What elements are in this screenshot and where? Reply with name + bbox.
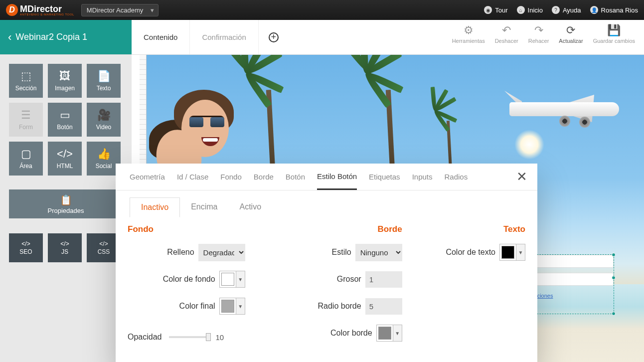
- tile-label: JS: [61, 248, 68, 255]
- tools-button[interactable]: ⚙Herramientas: [452, 24, 485, 50]
- form-icon: ☰: [21, 109, 31, 122]
- resize-handle[interactable]: [612, 276, 616, 280]
- color-final-picker[interactable]: ▼: [219, 298, 245, 315]
- back-chevron-icon[interactable]: ‹: [8, 31, 11, 44]
- redo-label: Rehacer: [528, 38, 549, 44]
- code-icon: </>: [21, 240, 30, 247]
- borde-column: Borde Estilo Ninguno Grosor Radio borde …: [280, 224, 402, 348]
- fondo-title: Fondo: [128, 224, 245, 234]
- tile-imagen[interactable]: 🖼Imagen: [48, 64, 82, 98]
- undo-button[interactable]: ↶Deshacer: [495, 24, 518, 50]
- tile-video[interactable]: 🎥Video: [87, 103, 121, 137]
- tile-seo[interactable]: </>SEO: [9, 233, 43, 262]
- form-input-1[interactable]: [530, 255, 614, 268]
- tab-radios[interactable]: Radios: [445, 165, 468, 189]
- ayuda-label: Ayuda: [563, 6, 581, 14]
- properties-icon: 📋: [60, 194, 72, 206]
- inicio-link[interactable]: ⌂Inicio: [517, 6, 543, 14]
- texto-column: Texto Color de texto ▼: [422, 224, 525, 348]
- undo-label: Deshacer: [495, 38, 518, 44]
- camera-icon: ◉: [484, 6, 492, 14]
- grosor-input[interactable]: [365, 271, 402, 288]
- tile-label: Texto: [97, 85, 111, 92]
- chevron-down-icon: ▼: [393, 325, 402, 341]
- tab-contenido[interactable]: Contenido: [132, 20, 190, 54]
- color-swatch: [221, 273, 234, 286]
- logo: D MDirector ANTEVENIO E-MARKETING TOOL: [6, 4, 74, 16]
- undo-icon: ↶: [502, 24, 511, 37]
- left-sidebar: ⬚Sección 🖼Imagen 📄Texto ☰Form ▭Botón 🎥Vi…: [0, 55, 132, 362]
- ayuda-link[interactable]: ?Ayuda: [552, 6, 581, 14]
- color-fondo-picker[interactable]: ▼: [219, 271, 245, 288]
- selected-form-element[interactable]: ndiciones: [529, 254, 614, 314]
- logo-icon: D: [6, 4, 18, 16]
- user-name: Rosana Rios: [601, 6, 638, 14]
- tile-texto[interactable]: 📄Texto: [87, 64, 121, 98]
- social-icon: 👍: [97, 148, 111, 161]
- opacidad-slider[interactable]: 10: [169, 333, 224, 342]
- academy-dropdown[interactable]: MDirector Academy: [81, 4, 159, 16]
- code-icon: </>: [99, 240, 108, 247]
- video-icon: 🎥: [97, 109, 111, 122]
- add-tab-button[interactable]: +: [269, 32, 279, 42]
- fondo-column: Fondo Relleno Degradado Color de fondo ▼…: [128, 224, 245, 348]
- tile-label: Botón: [57, 124, 72, 131]
- tab-confirmacion[interactable]: Confirmación: [190, 20, 258, 54]
- color-borde-label: Color borde: [330, 329, 372, 338]
- tile-label: HTML: [57, 163, 73, 170]
- tile-label: Social: [96, 163, 112, 170]
- tab-estilo-boton[interactable]: Estilo Botón: [317, 164, 357, 190]
- refresh-button[interactable]: ⟳Actualizar: [559, 24, 583, 50]
- borde-title: Borde: [280, 224, 402, 234]
- tab-geometria[interactable]: Geometría: [130, 165, 165, 189]
- state-inactivo[interactable]: Inactivo: [130, 197, 180, 217]
- home-icon: ⌂: [517, 6, 525, 14]
- save-button[interactable]: 💾Guardar cambios: [593, 24, 635, 50]
- refresh-icon: ⟳: [566, 24, 575, 37]
- tile-area[interactable]: ▢Área: [9, 142, 43, 176]
- radio-input[interactable]: [365, 298, 402, 315]
- tab-boton[interactable]: Botón: [286, 165, 305, 189]
- redo-button[interactable]: ↷Rehacer: [528, 24, 549, 50]
- tab-fondo[interactable]: Fondo: [220, 165, 242, 189]
- tab-inputs[interactable]: Inputs: [412, 165, 433, 189]
- close-button[interactable]: ✕: [516, 169, 527, 184]
- resize-handle[interactable]: [612, 312, 616, 316]
- project-title-bar[interactable]: ‹ Webinar2 Copia 1: [0, 20, 132, 54]
- redo-icon: ↷: [534, 24, 543, 37]
- slider-thumb[interactable]: [206, 333, 211, 341]
- state-activo[interactable]: Activo: [229, 197, 273, 217]
- airplane-graphic: [489, 85, 629, 130]
- tile-seccion[interactable]: ⬚Sección: [9, 64, 43, 98]
- color-fondo-label: Color de fondo: [163, 275, 215, 284]
- color-borde-picker[interactable]: ▼: [376, 325, 402, 342]
- header-row: ‹ Webinar2 Copia 1 Contenido Confirmació…: [0, 20, 644, 55]
- state-encima[interactable]: Encima: [180, 197, 228, 217]
- resize-handle[interactable]: [612, 253, 616, 257]
- tab-borde[interactable]: Borde: [254, 165, 274, 189]
- top-bar: D MDirector ANTEVENIO E-MARKETING TOOL M…: [0, 0, 644, 20]
- form-input-2[interactable]: [530, 273, 614, 286]
- logo-subtitle: ANTEVENIO E-MARKETING TOOL: [20, 13, 74, 16]
- tour-link[interactable]: ◉Tour: [484, 6, 507, 14]
- tab-etiquetas[interactable]: Etiquetas: [369, 165, 400, 189]
- relleno-select[interactable]: Degradado: [198, 244, 245, 261]
- texto-title: Texto: [422, 224, 525, 234]
- tile-form[interactable]: ☰Form: [9, 103, 43, 137]
- color-final-label: Color final: [179, 302, 215, 311]
- chevron-down-icon: ▼: [516, 244, 525, 260]
- tab-id-clase[interactable]: Id / Clase: [177, 165, 208, 189]
- tile-js[interactable]: </>JS: [48, 233, 82, 262]
- user-menu[interactable]: 👤Rosana Rios: [590, 6, 638, 14]
- tile-html[interactable]: </>HTML: [48, 142, 82, 176]
- chevron-down-icon: ▼: [236, 271, 245, 287]
- estilo-label: Estilo: [332, 248, 351, 257]
- inicio-label: Inicio: [528, 6, 543, 14]
- color-texto-picker[interactable]: ▼: [499, 244, 525, 261]
- opacidad-label: Opacidad: [128, 333, 162, 342]
- estilo-select[interactable]: Ninguno: [355, 244, 402, 261]
- tile-boton[interactable]: ▭Botón: [48, 103, 82, 137]
- color-swatch: [378, 327, 391, 340]
- text-icon: 📄: [97, 70, 111, 83]
- propiedades-button[interactable]: 📋 Propiedades: [9, 189, 123, 218]
